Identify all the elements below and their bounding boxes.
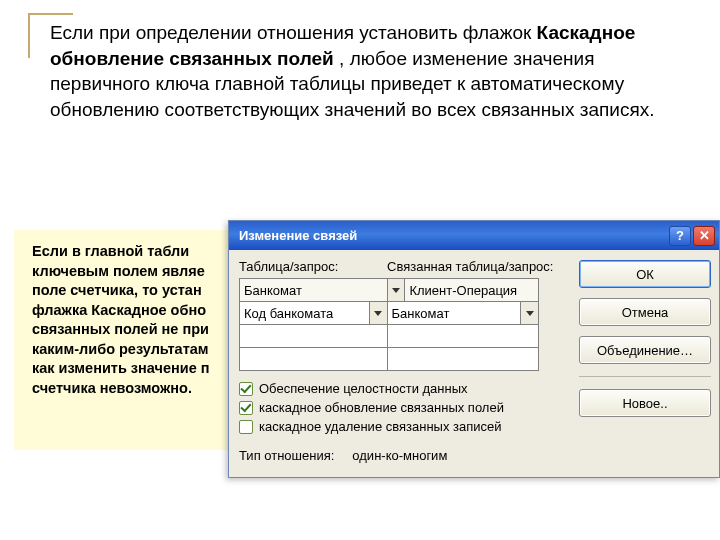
empty-cell[interactable] [240,325,388,348]
related-field-value: Банкомат [392,306,450,321]
note-line-2-pre: флажка [32,302,91,318]
note-line-3-rest: не при [158,321,209,337]
checkbox-cascade-update[interactable] [239,401,253,415]
ok-button-label: ОК [636,267,654,282]
checkbox-cascade-update-label: каскадное обновление связанных полей [259,400,504,415]
relationship-grid: Банкомат Клиент-Операция Код банкомата Б… [239,278,539,371]
join-type-button[interactable]: Объединение… [579,336,711,364]
cancel-button[interactable]: Отмена [579,298,711,326]
related-table-value: Клиент-Операция [409,283,517,298]
cancel-button-label: Отмена [622,305,669,320]
checkbox-cascade-delete-label: каскадное удаление связанных записей [259,419,502,434]
main-paragraph: Если при определении отношения установит… [50,20,690,123]
note-line-2-bold: Каскадное обно [91,302,206,318]
empty-cell[interactable] [388,348,540,371]
note-line-3-bold: связанных полей [32,321,158,337]
related-field-select[interactable]: Банкомат [388,302,522,325]
checkbox-cascade-delete[interactable] [239,420,253,434]
create-new-button[interactable]: Новое.. [579,389,711,417]
label-table-query: Таблица/запрос: [239,259,387,274]
edit-relationships-dialog: Изменение связей ? ✕ Таблица/запрос: Свя… [228,220,720,478]
join-type-button-label: Объединение… [597,343,693,358]
divider [579,376,711,377]
relationship-type-value: один-ко-многим [352,448,447,463]
cascade-delete-row[interactable]: каскадное удаление связанных записей [239,419,567,434]
dialog-titlebar[interactable]: Изменение связей ? ✕ [229,221,719,250]
empty-cell[interactable] [388,325,540,348]
dialog-title: Изменение связей [239,228,357,243]
primary-table-select[interactable]: Банкомат [240,279,388,302]
empty-cell[interactable] [240,348,388,371]
label-related-table-query: Связанная таблица/запрос: [387,259,553,274]
primary-table-value: Банкомат [244,283,302,298]
enforce-integrity-row[interactable]: Обеспечение целостности данных [239,381,567,396]
related-table-select[interactable]: Клиент-Операция [405,279,539,302]
close-icon: ✕ [699,228,710,243]
chevron-down-icon[interactable] [388,279,406,302]
main-text-prefix: Если при определении отношения установит… [50,22,537,43]
create-new-button-label: Новое.. [622,396,667,411]
help-button[interactable]: ? [669,226,691,246]
cascade-update-row[interactable]: каскадное обновление связанных полей [239,400,567,415]
relationship-type-label: Тип отношения: [239,448,334,463]
checkbox-enforce-integrity-label: Обеспечение целостности данных [259,381,468,396]
close-button[interactable]: ✕ [693,226,715,246]
note-line-1a: Если в главной табли [32,243,189,259]
primary-field-value: Код банкомата [244,306,333,321]
chevron-down-icon[interactable] [521,302,539,325]
question-icon: ? [676,228,684,243]
note-line-4: каким-либо результатам [32,341,209,357]
note-line-6: счетчика невозможно. [32,380,192,396]
primary-field-select[interactable]: Код банкомата [240,302,370,325]
chevron-down-icon[interactable] [370,302,388,325]
note-line-5: как изменить значение п [32,360,210,376]
note-line-1b: ключевым полем являе [32,263,205,279]
note-line-1c: поле счетчика, то устан [32,282,202,298]
ok-button[interactable]: ОК [579,260,711,288]
checkbox-enforce-integrity[interactable] [239,382,253,396]
